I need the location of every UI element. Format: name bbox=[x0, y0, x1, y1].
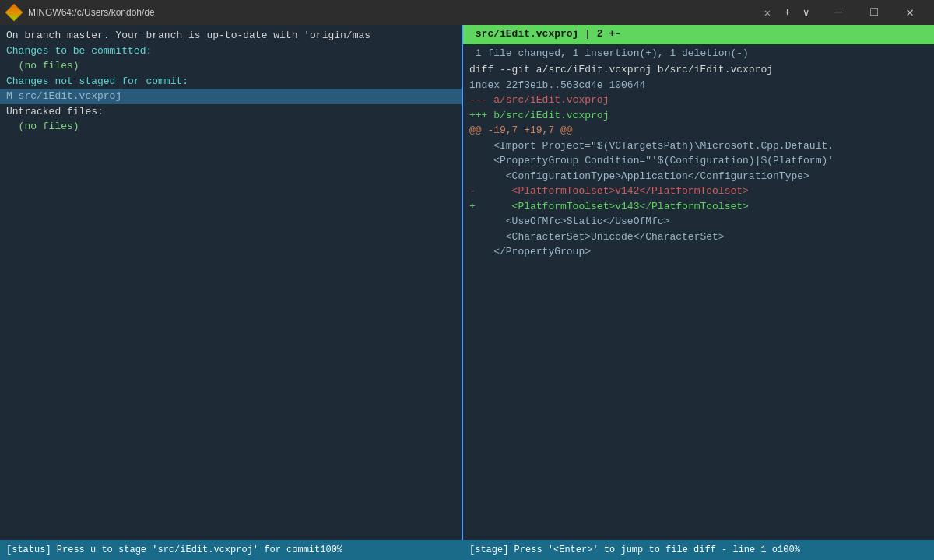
status-line-3: (no files) bbox=[0, 58, 462, 74]
close-tab-button[interactable]: ✕ bbox=[760, 5, 774, 21]
status-line-6: (no files) bbox=[0, 119, 462, 135]
diff-file-header: src/iEdit.vcxproj | 2 +- bbox=[463, 25, 934, 44]
maximize-button[interactable]: □ bbox=[856, 0, 892, 25]
status-right-text: [stage] Press '<Enter>' to jump to file … bbox=[469, 544, 800, 555]
statusbar-right: [stage] Press '<Enter>' to jump to file … bbox=[463, 540, 934, 560]
diff-line-1: diff --git a/src/iEdit.vcxproj b/src/iEd… bbox=[463, 62, 934, 78]
git-diff-pane[interactable]: src/iEdit.vcxproj | 2 +- 1 file changed,… bbox=[463, 25, 934, 540]
diff-line-5: <Import Project="$(VCTargetsPath)\Micros… bbox=[463, 138, 934, 154]
status-line-4: Changes not staged for commit: bbox=[0, 74, 462, 89]
statusbar-left: [status] Press u to stage 'src/iEdit.vcx… bbox=[0, 540, 463, 560]
new-tab-button[interactable]: + bbox=[779, 5, 795, 20]
diff-line-4: +++ b/src/iEdit.vcxproj bbox=[463, 108, 934, 124]
diff-line-added: + <PlatformToolset>v143</PlatformToolset… bbox=[463, 199, 934, 215]
minimize-button[interactable]: — bbox=[820, 0, 856, 25]
titlebar-tabs: + ∨ bbox=[779, 5, 814, 21]
diff-line-9: <CharacterSet>Unicode</CharacterSet> bbox=[463, 229, 934, 245]
close-window-button[interactable]: ✕ bbox=[892, 0, 928, 25]
git-status-pane[interactable]: On branch master. Your branch is up-to-d… bbox=[0, 25, 463, 540]
tab-dropdown-button[interactable]: ∨ bbox=[799, 5, 814, 21]
diff-line-2: index 22f3e1b..563cd4e 100644 bbox=[463, 78, 934, 93]
window-title: MINGW64:/c/Users/kondoh/de bbox=[28, 7, 756, 18]
main-content: On branch master. Your branch is up-to-d… bbox=[0, 25, 934, 540]
diff-line-8: <UseOfMfc>Static</UseOfMfc> bbox=[463, 214, 934, 229]
status-line-1: On branch master. Your branch is up-to-d… bbox=[0, 28, 462, 44]
app-icon bbox=[6, 5, 22, 20]
diff-line-10: </PropertyGroup> bbox=[463, 244, 934, 260]
statusbar: [status] Press u to stage 'src/iEdit.vcx… bbox=[0, 540, 934, 560]
status-line-modified[interactable]: M src/iEdit.vcxproj bbox=[0, 89, 462, 104]
diff-line-7: <ConfigurationType>Application</Configur… bbox=[463, 169, 934, 184]
titlebar: MINGW64:/c/Users/kondoh/de ✕ + ∨ — □ ✕ bbox=[0, 0, 934, 25]
diff-line-3: --- a/src/iEdit.vcxproj bbox=[463, 93, 934, 108]
diff-summary-line: 1 file changed, 1 insertion(+), 1 deleti… bbox=[463, 44, 934, 63]
status-left-text: [status] Press u to stage 'src/iEdit.vcx… bbox=[6, 544, 342, 555]
status-line-2: Changes to be committed: bbox=[0, 44, 462, 59]
diff-line-removed: - <PlatformToolset>v142</PlatformToolset… bbox=[463, 184, 934, 199]
status-line-5: Untracked files: bbox=[0, 104, 462, 120]
diff-line-hunk: @@ -19,7 +19,7 @@ bbox=[463, 123, 934, 138]
diff-line-6: <PropertyGroup Condition="'$(Configurati… bbox=[463, 153, 934, 169]
window-controls: — □ ✕ bbox=[820, 0, 928, 25]
